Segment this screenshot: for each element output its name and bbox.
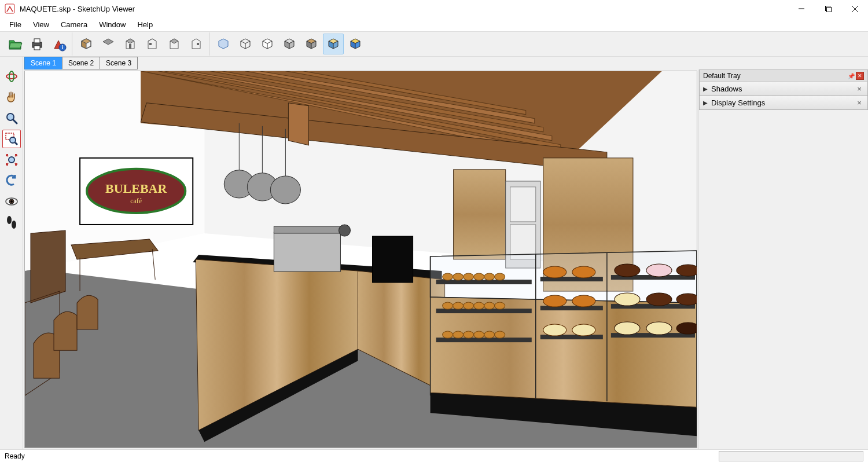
svg-point-67 [339, 225, 350, 236]
svg-point-108 [646, 264, 672, 277]
model-viewport[interactable]: BULEBAR café [24, 71, 697, 448]
svg-rect-11 [129, 44, 131, 49]
panel-section-label: Shadows [711, 85, 851, 93]
hidden-line-style-icon[interactable] [257, 34, 278, 54]
menu-camera[interactable]: Camera [55, 19, 93, 31]
svg-rect-75 [436, 309, 532, 313]
chevron-right-icon: ▶ [703, 86, 708, 92]
shaded-style-icon[interactable] [279, 34, 300, 54]
svg-point-86 [474, 302, 484, 309]
title-bar: MAQUETE.skp - SketchUp Viewer [0, 0, 868, 17]
svg-rect-68 [373, 236, 413, 283]
svg-point-26 [12, 221, 16, 229]
measurements-box[interactable] [719, 451, 863, 461]
pin-icon[interactable]: 📌 [848, 73, 855, 79]
svg-point-15 [9, 71, 14, 82]
svg-point-87 [484, 302, 495, 309]
pan-tool-icon[interactable] [2, 88, 21, 107]
menu-window[interactable]: Window [93, 19, 131, 31]
front-view-icon[interactable] [120, 34, 141, 54]
svg-rect-13 [197, 43, 199, 45]
svg-rect-7 [34, 39, 40, 43]
scene-tab-2[interactable]: Scene 2 [62, 57, 100, 69]
color-by-layer-icon[interactable] [345, 34, 366, 54]
orbit-tool-icon[interactable] [2, 67, 21, 86]
svg-point-103 [572, 324, 595, 336]
walk-tool-icon[interactable] [2, 213, 21, 232]
svg-rect-3 [826, 7, 831, 12]
svg-rect-56 [510, 187, 536, 222]
svg-point-84 [453, 302, 464, 309]
window-title: MAQUETE.skp - SketchUp Viewer [20, 5, 788, 13]
zoom-window-tool-icon[interactable] [2, 130, 21, 148]
svg-point-91 [464, 331, 474, 338]
menu-file[interactable]: File [3, 19, 27, 31]
svg-point-99 [572, 266, 595, 278]
close-tray-icon[interactable]: ✕ [856, 72, 864, 80]
panel-section-shadows[interactable]: ▶ Shadows × [699, 82, 868, 96]
svg-point-89 [443, 331, 453, 338]
previous-view-tool-icon[interactable] [2, 171, 21, 190]
svg-point-98 [543, 266, 567, 278]
svg-point-93 [484, 331, 495, 338]
panel-section-close-icon[interactable]: × [855, 85, 864, 94]
default-tray: Default Tray 📌 ✕ ▶ Shadows × ▶ Display S… [698, 69, 868, 449]
zoom-tool-icon[interactable] [2, 109, 21, 127]
scene-tab-1[interactable]: Scene 1 [24, 57, 62, 69]
menu-help[interactable]: Help [131, 19, 159, 31]
chevron-right-icon: ▶ [703, 100, 708, 106]
svg-point-113 [615, 322, 640, 335]
open-file-icon[interactable] [5, 34, 25, 54]
svg-point-90 [453, 331, 464, 338]
navigation-toolbar [0, 57, 23, 449]
look-around-tool-icon[interactable] [2, 192, 21, 211]
svg-rect-66 [274, 226, 340, 233]
svg-point-112 [676, 294, 697, 305]
panel-section-close-icon[interactable]: × [855, 98, 864, 108]
panel-section-display-settings[interactable]: ▶ Display Settings × [699, 96, 868, 110]
svg-point-88 [495, 302, 505, 309]
menu-view[interactable]: View [27, 19, 55, 31]
shaded-textures-style-icon[interactable] [301, 34, 322, 54]
maximize-button[interactable] [815, 0, 841, 17]
menu-bar: File View Camera Window Help [0, 17, 868, 31]
wireframe-style-icon[interactable] [235, 34, 256, 54]
svg-rect-65 [274, 232, 340, 272]
main-toolbar: i [0, 31, 868, 57]
iso-view-icon[interactable] [76, 34, 97, 54]
model-info-icon[interactable]: i [49, 34, 69, 54]
minimize-button[interactable] [788, 0, 815, 17]
toolbar-group-file: i [2, 32, 72, 56]
svg-point-82 [495, 273, 505, 280]
zoom-extents-tool-icon[interactable] [2, 151, 21, 169]
svg-text:BULEBAR: BULEBAR [105, 181, 167, 196]
svg-point-21 [9, 157, 14, 163]
svg-point-79 [464, 273, 474, 280]
svg-point-94 [495, 331, 505, 338]
svg-point-102 [543, 324, 567, 336]
back-view-icon[interactable] [164, 34, 185, 54]
close-button[interactable] [841, 0, 868, 17]
svg-text:i: i [62, 45, 64, 50]
svg-point-78 [453, 273, 464, 280]
print-icon[interactable] [27, 34, 47, 54]
status-text: Ready [5, 452, 719, 460]
xray-style-icon[interactable] [213, 34, 234, 54]
scene-tab-3[interactable]: Scene 3 [100, 57, 138, 69]
svg-marker-49 [31, 230, 65, 303]
toolbar-group-views [73, 32, 209, 56]
app-icon [5, 3, 15, 14]
svg-point-85 [464, 302, 474, 309]
center-area: Scene 1 Scene 2 Scene 3 [23, 57, 698, 449]
left-view-icon[interactable] [186, 34, 207, 54]
top-view-icon[interactable] [98, 34, 119, 54]
panel-section-label: Display Settings [711, 98, 851, 107]
monochrome-style-icon[interactable] [323, 34, 344, 54]
svg-rect-76 [436, 338, 532, 342]
svg-point-109 [676, 265, 697, 276]
right-view-icon[interactable] [142, 34, 163, 54]
svg-point-14 [6, 74, 17, 79]
tray-header[interactable]: Default Tray 📌 ✕ [699, 69, 868, 82]
svg-rect-12 [149, 43, 152, 45]
svg-point-81 [484, 273, 495, 280]
